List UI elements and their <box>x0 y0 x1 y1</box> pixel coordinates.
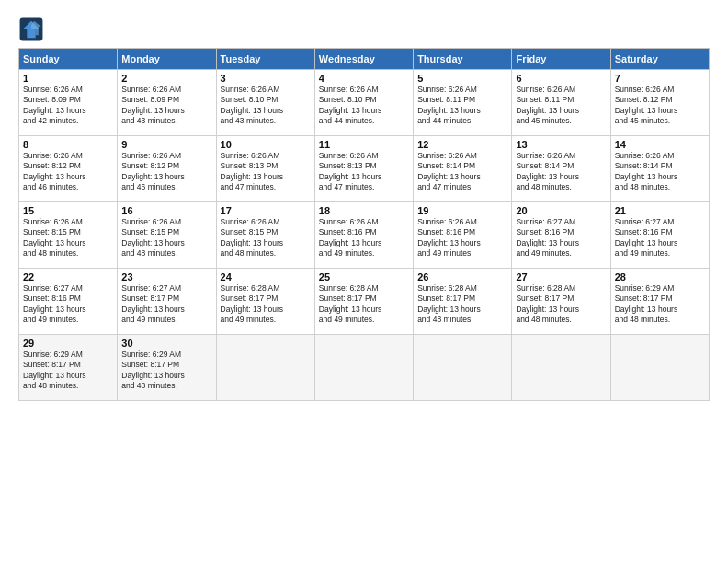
daylight-minutes: and 46 minutes. <box>121 182 176 191</box>
day-number: 16 <box>121 205 211 216</box>
day-info: Sunrise: 6:26 AM Sunset: 8:11 PM Dayligh… <box>417 85 507 127</box>
calendar-cell: 17 Sunrise: 6:26 AM Sunset: 8:15 PM Dayl… <box>216 202 314 269</box>
sunset-label: Sunset: 8:09 PM <box>23 95 81 104</box>
day-info: Sunrise: 6:26 AM Sunset: 8:14 PM Dayligh… <box>615 151 705 193</box>
sunrise-label: Sunrise: 6:26 AM <box>417 217 477 226</box>
sunset-label: Sunset: 8:16 PM <box>417 227 475 236</box>
calendar-cell: 5 Sunrise: 6:26 AM Sunset: 8:11 PM Dayli… <box>414 70 512 136</box>
sunrise-label: Sunrise: 6:26 AM <box>319 217 379 226</box>
daylight-label: Daylight: 13 hours <box>516 238 579 247</box>
daylight-label: Daylight: 13 hours <box>23 172 86 181</box>
logo-icon <box>18 17 44 42</box>
calendar-cell: 16 Sunrise: 6:26 AM Sunset: 8:15 PM Dayl… <box>118 202 216 269</box>
calendar-week-3: 15 Sunrise: 6:26 AM Sunset: 8:15 PM Dayl… <box>19 202 710 269</box>
calendar-cell: 10 Sunrise: 6:26 AM Sunset: 8:13 PM Dayl… <box>216 136 314 202</box>
calendar-cell <box>610 335 709 401</box>
sunset-label: Sunset: 8:16 PM <box>319 227 377 236</box>
day-info: Sunrise: 6:28 AM Sunset: 8:17 PM Dayligh… <box>319 283 409 326</box>
sunrise-label: Sunrise: 6:29 AM <box>121 350 181 359</box>
calendar-cell: 9 Sunrise: 6:26 AM Sunset: 8:12 PM Dayli… <box>118 136 216 202</box>
calendar-cell: 20 Sunrise: 6:27 AM Sunset: 8:16 PM Dayl… <box>512 202 610 269</box>
day-info: Sunrise: 6:26 AM Sunset: 8:15 PM Dayligh… <box>121 217 211 259</box>
daylight-minutes: and 48 minutes. <box>417 315 472 324</box>
daylight-minutes: and 47 minutes. <box>319 182 374 191</box>
day-number: 29 <box>23 338 113 349</box>
weekday-header-saturday: Saturday <box>610 49 709 70</box>
sunset-label: Sunset: 8:11 PM <box>417 95 475 104</box>
sunrise-label: Sunrise: 6:28 AM <box>417 283 477 293</box>
day-info: Sunrise: 6:26 AM Sunset: 8:15 PM Dayligh… <box>23 217 113 259</box>
sunset-label: Sunset: 8:17 PM <box>516 293 574 303</box>
daylight-label: Daylight: 13 hours <box>121 106 185 115</box>
daylight-label: Daylight: 13 hours <box>221 238 284 247</box>
calendar-cell <box>314 335 413 401</box>
calendar-cell: 15 Sunrise: 6:26 AM Sunset: 8:15 PM Dayl… <box>19 202 118 269</box>
sunset-label: Sunset: 8:16 PM <box>516 227 574 236</box>
daylight-label: Daylight: 13 hours <box>121 371 185 380</box>
day-number: 24 <box>221 271 311 282</box>
daylight-label: Daylight: 13 hours <box>319 238 382 247</box>
sunset-label: Sunset: 8:12 PM <box>615 95 673 104</box>
daylight-label: Daylight: 13 hours <box>221 304 284 314</box>
calendar-body: 1 Sunrise: 6:26 AM Sunset: 8:09 PM Dayli… <box>19 70 710 401</box>
daylight-label: Daylight: 13 hours <box>615 238 678 247</box>
calendar-cell: 4 Sunrise: 6:26 AM Sunset: 8:10 PM Dayli… <box>314 70 413 136</box>
day-info: Sunrise: 6:29 AM Sunset: 8:17 PM Dayligh… <box>615 283 705 326</box>
sunset-label: Sunset: 8:14 PM <box>516 161 574 170</box>
calendar-cell <box>512 335 610 401</box>
day-info: Sunrise: 6:26 AM Sunset: 8:13 PM Dayligh… <box>221 151 311 193</box>
day-info: Sunrise: 6:26 AM Sunset: 8:12 PM Dayligh… <box>23 151 113 193</box>
sunset-label: Sunset: 8:10 PM <box>221 95 279 104</box>
day-number: 4 <box>319 73 409 84</box>
day-info: Sunrise: 6:26 AM Sunset: 8:10 PM Dayligh… <box>319 85 409 127</box>
day-info: Sunrise: 6:27 AM Sunset: 8:16 PM Dayligh… <box>23 283 113 326</box>
sunrise-label: Sunrise: 6:26 AM <box>615 151 675 160</box>
sunrise-label: Sunrise: 6:27 AM <box>516 217 575 226</box>
day-number: 18 <box>319 205 409 216</box>
sunset-label: Sunset: 8:13 PM <box>221 161 279 170</box>
daylight-minutes: and 49 minutes. <box>319 248 374 258</box>
day-number: 3 <box>221 73 311 84</box>
calendar-cell: 6 Sunrise: 6:26 AM Sunset: 8:11 PM Dayli… <box>512 70 610 136</box>
day-number: 27 <box>516 271 606 282</box>
calendar-cell: 18 Sunrise: 6:26 AM Sunset: 8:16 PM Dayl… <box>314 202 413 269</box>
calendar-cell: 1 Sunrise: 6:26 AM Sunset: 8:09 PM Dayli… <box>19 70 118 136</box>
logo <box>18 17 48 42</box>
day-number: 26 <box>417 271 507 282</box>
sunrise-label: Sunrise: 6:26 AM <box>121 85 181 94</box>
day-number: 23 <box>121 271 211 282</box>
day-number: 9 <box>121 139 211 150</box>
day-number: 20 <box>516 205 606 216</box>
day-number: 10 <box>221 139 311 150</box>
sunset-label: Sunset: 8:17 PM <box>221 293 279 303</box>
sunset-label: Sunset: 8:10 PM <box>319 95 377 104</box>
day-info: Sunrise: 6:29 AM Sunset: 8:17 PM Dayligh… <box>121 350 211 392</box>
sunrise-label: Sunrise: 6:29 AM <box>615 283 675 293</box>
calendar-cell <box>414 335 512 401</box>
day-number: 19 <box>417 205 507 216</box>
day-info: Sunrise: 6:26 AM Sunset: 8:12 PM Dayligh… <box>615 85 705 127</box>
day-info: Sunrise: 6:26 AM Sunset: 8:16 PM Dayligh… <box>319 217 409 259</box>
calendar-cell: 12 Sunrise: 6:26 AM Sunset: 8:14 PM Dayl… <box>414 136 512 202</box>
header <box>18 17 710 42</box>
sunrise-label: Sunrise: 6:28 AM <box>221 283 280 293</box>
sunset-label: Sunset: 8:12 PM <box>23 161 81 170</box>
sunrise-label: Sunrise: 6:28 AM <box>516 283 575 293</box>
day-info: Sunrise: 6:26 AM Sunset: 8:09 PM Dayligh… <box>23 85 113 127</box>
sunrise-label: Sunrise: 6:26 AM <box>417 151 477 160</box>
sunset-label: Sunset: 8:15 PM <box>221 227 279 236</box>
day-number: 1 <box>23 73 113 84</box>
sunset-label: Sunset: 8:17 PM <box>319 293 377 303</box>
daylight-label: Daylight: 13 hours <box>417 172 481 181</box>
daylight-label: Daylight: 13 hours <box>221 106 284 115</box>
calendar-cell: 22 Sunrise: 6:27 AM Sunset: 8:16 PM Dayl… <box>19 269 118 335</box>
daylight-label: Daylight: 13 hours <box>516 304 579 314</box>
day-info: Sunrise: 6:26 AM Sunset: 8:14 PM Dayligh… <box>516 151 606 193</box>
weekday-header-friday: Friday <box>512 49 610 70</box>
weekday-header-wednesday: Wednesday <box>314 49 413 70</box>
calendar-header: SundayMondayTuesdayWednesdayThursdayFrid… <box>19 49 710 70</box>
sunrise-label: Sunrise: 6:27 AM <box>615 217 675 226</box>
calendar-cell: 29 Sunrise: 6:29 AM Sunset: 8:17 PM Dayl… <box>19 335 118 401</box>
calendar-week-2: 8 Sunrise: 6:26 AM Sunset: 8:12 PM Dayli… <box>19 136 710 202</box>
day-number: 14 <box>615 139 705 150</box>
